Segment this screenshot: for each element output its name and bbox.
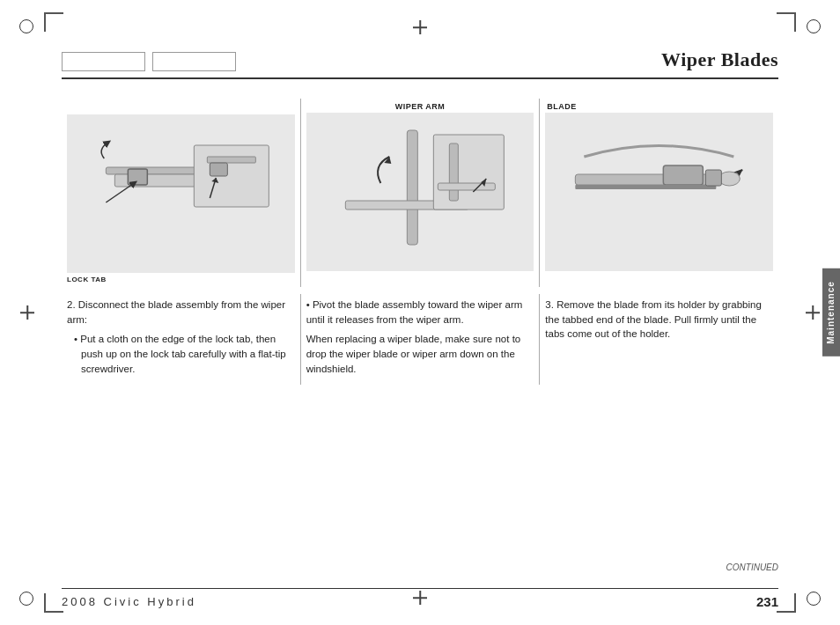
illus-col-2: WIPER ARM	[301, 99, 541, 287]
svg-rect-5	[207, 157, 255, 163]
reg-mark-bl	[16, 583, 42, 609]
corner-bracket-tr	[777, 12, 796, 32]
reg-mark-tl	[16, 16, 42, 42]
text-col-1: 2. Disconnect the blade assembly from th…	[62, 294, 301, 385]
text-col-3-p1: 3. Remove the blade from its holder by g…	[545, 298, 770, 342]
text-col-2-p1: • Pivot the blade assembly toward the wi…	[306, 298, 531, 327]
corner-bracket-br	[777, 593, 796, 613]
continued-text: CONTINUED	[62, 562, 778, 572]
illus-col-1: LOCK TAB	[62, 99, 301, 287]
header-box-1	[62, 52, 145, 71]
reg-mark-tr	[798, 16, 824, 42]
crosshair-left	[20, 305, 34, 320]
header-boxes	[62, 52, 236, 71]
header-line	[62, 77, 778, 79]
svg-rect-2	[128, 169, 147, 185]
footer-page-number: 231	[756, 594, 778, 609]
text-content: 2. Disconnect the blade assembly from th…	[62, 294, 778, 385]
page-footer: 2008 Civic Hybrid 231	[62, 588, 778, 609]
text-col-1-bullet: • Put a cloth on the edge of the lock ta…	[74, 332, 291, 376]
lock-tab-label: LOCK TAB	[67, 276, 295, 283]
svg-rect-18	[664, 165, 704, 185]
illustrations: LOCK TAB WIPER ARM	[62, 99, 778, 287]
svg-rect-19	[576, 185, 717, 189]
text-col-2: • Pivot the blade assembly toward the wi…	[301, 294, 541, 385]
crosshair-right	[806, 305, 820, 320]
svg-point-22	[719, 172, 741, 186]
svg-rect-6	[210, 163, 227, 176]
blade-label: BLADE	[540, 99, 778, 111]
svg-rect-23	[706, 170, 722, 186]
illus-box-2	[306, 113, 534, 271]
svg-rect-4	[194, 145, 269, 207]
reg-mark-br	[798, 583, 824, 609]
header-box-2	[152, 52, 236, 71]
corner-bracket-tl	[44, 12, 63, 32]
svg-rect-13	[449, 143, 458, 201]
content-area: LOCK TAB WIPER ARM	[62, 88, 778, 572]
text-col-2-p2: When replacing a wiper blade, make sure …	[306, 332, 531, 376]
crosshair-top	[413, 20, 427, 34]
corner-bracket-bl	[44, 593, 63, 613]
illus-box-3	[545, 113, 773, 271]
maintenance-tab: Maintenance	[822, 268, 840, 357]
continued-area: CONTINUED	[62, 550, 778, 572]
wiper-arm-label: WIPER ARM	[301, 99, 540, 111]
illus-col-3: BLADE	[540, 99, 778, 287]
illus-box-1	[67, 114, 295, 273]
svg-rect-12	[433, 135, 504, 210]
svg-rect-9	[407, 130, 417, 245]
text-col-3: 3. Remove the blade from its holder by g…	[540, 294, 778, 385]
section-title: Wiper Blades	[661, 48, 778, 71]
footer-model: 2008 Civic Hybrid	[62, 595, 196, 608]
page-header: Wiper Blades	[62, 48, 778, 71]
svg-rect-14	[438, 183, 495, 190]
text-col-1-p1: 2. Disconnect the blade assembly from th…	[67, 298, 291, 327]
